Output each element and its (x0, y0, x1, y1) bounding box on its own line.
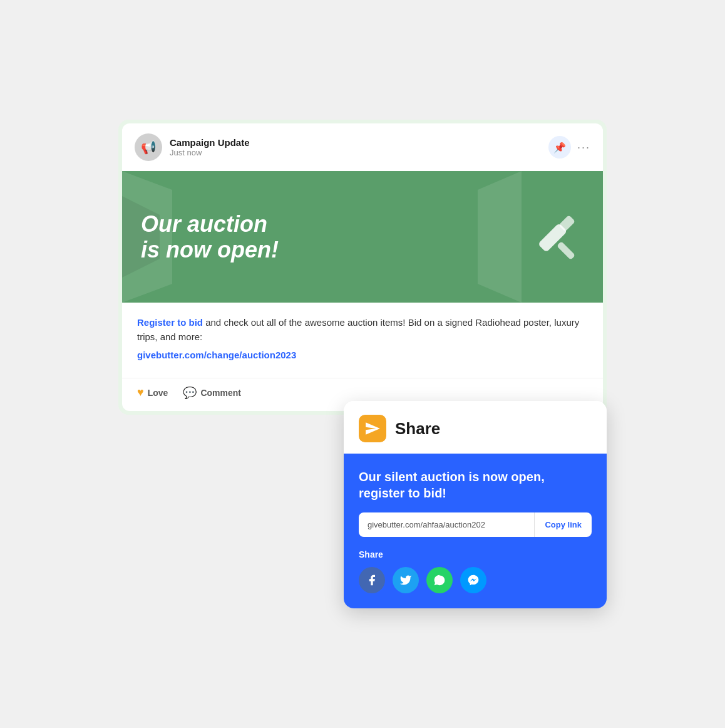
header-text: Campaign Update Just now (170, 137, 541, 157)
love-button[interactable]: ♥ Love (137, 386, 168, 399)
love-label: Love (148, 388, 168, 398)
banner-right-decoration (478, 171, 522, 303)
send-icon (364, 420, 381, 437)
share-title: Share (395, 419, 440, 439)
share-card-header: Share (344, 401, 607, 454)
twitter-icon (399, 574, 412, 586)
svg-marker-2 (478, 171, 522, 303)
card-description: Register to bid and check out all of the… (137, 315, 588, 345)
more-button[interactable]: ··· (577, 141, 590, 154)
share-card: Share Our silent auction is now open, re… (344, 401, 607, 608)
messenger-icon (467, 574, 480, 586)
facebook-icon (366, 574, 378, 586)
gavel-icon (531, 209, 584, 265)
auction-banner: Our auction is now open! (122, 171, 603, 303)
body-text: and check out all of the awesome auction… (137, 317, 579, 342)
whatsapp-button[interactable] (426, 567, 453, 593)
facebook-button[interactable] (359, 567, 385, 593)
share-subtitle: Our silent auction is now open, register… (359, 469, 592, 501)
card-header: 📢 Campaign Update Just now 📌 ··· (122, 123, 603, 171)
heart-icon: ♥ (137, 386, 144, 399)
scene: 📢 Campaign Update Just now 📌 ··· (118, 120, 607, 608)
share-link-row: Copy link (359, 512, 592, 537)
messenger-button[interactable] (460, 567, 486, 593)
whatsapp-icon (433, 574, 446, 586)
social-icons-row (359, 567, 592, 593)
post-title: Campaign Update (170, 137, 541, 148)
svg-rect-5 (557, 241, 575, 260)
banner-text: Our auction is now open! (141, 211, 279, 263)
register-link[interactable]: Register to bid (137, 317, 203, 328)
post-time: Just now (170, 148, 541, 157)
gavel-svg (531, 209, 584, 263)
comment-icon: 💬 (183, 386, 197, 400)
megaphone-icon: 📢 (141, 140, 157, 155)
share-social-label: Share (359, 549, 592, 559)
pin-button[interactable]: 📌 (548, 136, 571, 159)
campaign-url[interactable]: givebutter.com/change/auction2023 (137, 350, 588, 360)
share-icon-wrap (359, 415, 386, 442)
copy-link-button[interactable]: Copy link (534, 512, 592, 537)
share-card-body: Our silent auction is now open, register… (344, 454, 607, 608)
twitter-button[interactable] (393, 567, 419, 593)
comment-button[interactable]: 💬 Comment (183, 386, 241, 400)
share-link-input[interactable] (359, 512, 534, 537)
header-actions: 📌 ··· (548, 136, 590, 159)
campaign-card: 📢 Campaign Update Just now 📌 ··· (118, 120, 607, 415)
card-body: Register to bid and check out all of the… (122, 303, 603, 373)
comment-label: Comment (200, 388, 241, 398)
avatar: 📢 (135, 133, 162, 161)
banner-headline: Our auction is now open! (141, 211, 279, 263)
